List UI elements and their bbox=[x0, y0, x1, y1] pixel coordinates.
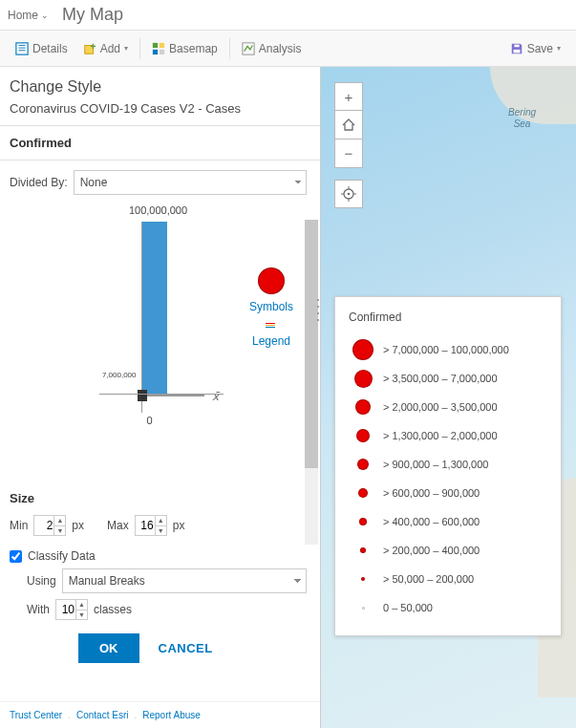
spin-down-icon[interactable]: ▼ bbox=[76, 610, 87, 620]
basemap-button[interactable]: Basemap bbox=[146, 38, 224, 59]
separator bbox=[139, 38, 140, 59]
chart-ticks: 7,000,000 bbox=[95, 373, 137, 378]
ok-button[interactable]: OK bbox=[78, 633, 139, 663]
legend-row: > 2,000,000 – 3,500,000 bbox=[349, 393, 547, 421]
panel-title: Change Style bbox=[10, 78, 307, 96]
legend-row-label: > 900,000 – 1,300,000 bbox=[383, 459, 488, 470]
svg-point-13 bbox=[348, 193, 351, 196]
locate-button[interactable] bbox=[334, 180, 363, 208]
add-button[interactable]: Add ▾ bbox=[77, 38, 134, 59]
footer-links: Trust Center. Contact Esri. Report Abuse bbox=[0, 701, 320, 728]
legend-row-label: > 2,000,000 – 3,500,000 bbox=[383, 401, 498, 413]
add-label: Add bbox=[100, 42, 120, 55]
legend-row-label: > 3,500,000 – 7,000,000 bbox=[383, 373, 498, 384]
spin-up-icon[interactable]: ▲ bbox=[76, 600, 87, 610]
map-title: My Map bbox=[62, 5, 123, 25]
details-button[interactable]: Details bbox=[10, 38, 74, 59]
px-label: px bbox=[72, 519, 84, 532]
classes-count-input[interactable]: ▲▼ bbox=[55, 599, 88, 620]
symbol-links: Symbols Legend bbox=[249, 268, 293, 357]
spin-up-icon[interactable]: ▲ bbox=[156, 516, 166, 526]
report-abuse-link[interactable]: Report Abuse bbox=[142, 710, 201, 720]
min-label: Min bbox=[10, 519, 28, 532]
chart-whisker[interactable] bbox=[138, 390, 208, 401]
legend-icon bbox=[266, 323, 277, 332]
classify-label: Classify Data bbox=[28, 549, 96, 563]
legend-row: > 1,300,000 – 2,000,000 bbox=[349, 421, 547, 450]
analysis-label: Analysis bbox=[259, 42, 302, 55]
app-header: Home ⌄ My Map bbox=[0, 0, 576, 31]
map-label-bering: BeringSea bbox=[508, 107, 536, 130]
mean-marker: x̄ bbox=[212, 390, 219, 403]
legend-row-label: > 7,000,000 – 100,000,000 bbox=[383, 344, 509, 355]
home-icon bbox=[341, 118, 356, 133]
symbols-link[interactable]: Symbols bbox=[249, 300, 293, 313]
using-label: Using bbox=[27, 574, 56, 588]
legend-row: > 200,000 – 400,000 bbox=[349, 536, 547, 565]
save-label: Save bbox=[527, 42, 553, 55]
add-icon bbox=[83, 42, 96, 55]
panel-subtitle: Coronavirus COVID-19 Cases V2 - Cases bbox=[10, 101, 307, 125]
svg-rect-9 bbox=[243, 42, 254, 54]
zoom-in-button[interactable]: + bbox=[334, 82, 363, 111]
size-label: Size bbox=[10, 491, 307, 505]
panel-resize-handle[interactable] bbox=[315, 296, 321, 323]
map-controls: + − bbox=[334, 82, 363, 208]
legend-row: > 600,000 – 900,000 bbox=[349, 479, 547, 507]
legend-row: > 3,500,000 – 7,000,000 bbox=[349, 364, 547, 393]
cancel-button[interactable]: CANCEL bbox=[159, 641, 213, 655]
divided-by-select[interactable]: None bbox=[74, 170, 307, 195]
plus-icon: + bbox=[345, 89, 353, 105]
svg-rect-7 bbox=[153, 49, 158, 54]
style-panel: Change Style Coronavirus COVID-19 Cases … bbox=[0, 67, 321, 728]
home-extent-button[interactable] bbox=[334, 111, 363, 139]
analysis-button[interactable]: Analysis bbox=[236, 38, 308, 59]
minus-icon: − bbox=[345, 145, 353, 161]
save-icon bbox=[510, 42, 523, 55]
trust-center-link[interactable]: Trust Center bbox=[10, 710, 62, 720]
chart-bottom-label: 0 bbox=[147, 415, 153, 426]
toolbar: Details Add ▾ Basemap Analysis Save ▾ bbox=[0, 31, 576, 67]
px-label: px bbox=[173, 519, 185, 532]
save-button[interactable]: Save ▾ bbox=[504, 38, 566, 59]
legend-link[interactable]: Legend bbox=[249, 334, 293, 348]
svg-rect-0 bbox=[16, 42, 28, 54]
analysis-icon bbox=[242, 42, 255, 55]
spin-up-icon[interactable]: ▲ bbox=[54, 516, 65, 526]
histogram-chart[interactable]: 100,000,000 7,000,000 x̄ 0 bbox=[63, 204, 254, 443]
spin-down-icon[interactable]: ▼ bbox=[54, 526, 65, 536]
contact-link[interactable]: Contact Esri bbox=[76, 710, 128, 720]
zoom-out-button[interactable]: − bbox=[334, 139, 363, 168]
chart-top-label: 100,000,000 bbox=[129, 204, 187, 216]
legend-row-label: > 600,000 – 900,000 bbox=[383, 487, 480, 499]
chevron-down-icon: ▾ bbox=[557, 44, 561, 53]
legend-row: 0 – 50,000 bbox=[349, 593, 547, 622]
classify-method-select[interactable]: Manual Breaks bbox=[62, 568, 307, 593]
max-size-input[interactable]: ▲▼ bbox=[135, 515, 167, 536]
legend-row: > 900,000 – 1,300,000 bbox=[349, 450, 547, 479]
divided-by-label: Divided By: bbox=[10, 176, 68, 189]
locate-icon bbox=[341, 186, 356, 202]
max-label: Max bbox=[107, 519, 129, 532]
classify-checkbox[interactable] bbox=[10, 550, 22, 563]
classes-label: classes bbox=[94, 603, 132, 616]
chevron-down-icon: ⌄ bbox=[41, 11, 49, 20]
min-size-input[interactable]: ▲▼ bbox=[33, 515, 66, 536]
basemap-label: Basemap bbox=[169, 42, 218, 55]
details-label: Details bbox=[32, 42, 68, 55]
svg-rect-5 bbox=[153, 42, 158, 47]
legend-row: > 50,000 – 200,000 bbox=[349, 565, 547, 593]
svg-rect-11 bbox=[514, 44, 519, 47]
home-label: Home bbox=[8, 9, 38, 22]
attribute-label: Confirmed bbox=[10, 136, 307, 150]
panel-scrollbar[interactable] bbox=[305, 220, 318, 545]
legend-row: > 400,000 – 600,000 bbox=[349, 507, 547, 536]
legend-popup: Confirmed > 7,000,000 – 100,000,000> 3,5… bbox=[334, 296, 562, 636]
symbol-preview-circle[interactable] bbox=[258, 268, 285, 294]
spin-down-icon[interactable]: ▼ bbox=[156, 526, 166, 536]
legend-row-label: > 50,000 – 200,000 bbox=[383, 573, 474, 585]
legend-row-label: > 1,300,000 – 2,000,000 bbox=[383, 430, 498, 441]
basemap-icon bbox=[152, 42, 165, 55]
svg-rect-8 bbox=[160, 49, 164, 54]
home-dropdown[interactable]: Home ⌄ bbox=[8, 9, 49, 22]
